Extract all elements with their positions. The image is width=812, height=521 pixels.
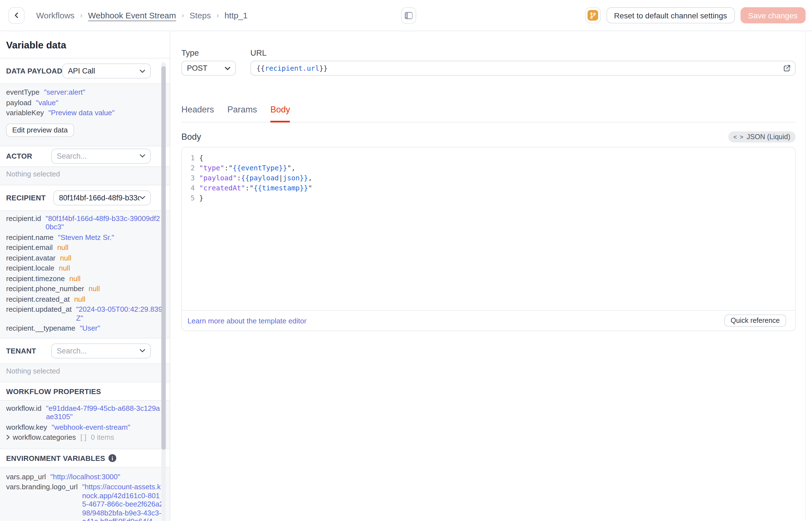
url-label: URL [250, 48, 795, 57]
request-tabs: HeadersParamsBody [182, 105, 795, 122]
request-url-field: URL {{recipient.url}} [250, 48, 795, 76]
learn-more-link[interactable]: Learn more about the template editor [188, 316, 307, 325]
kv-value: "http://localhost:3000" [50, 472, 120, 481]
url-input-value: {{recipient.url}} [257, 64, 328, 72]
kv-row: recipient.emailnull [6, 243, 164, 252]
external-link-icon[interactable] [783, 65, 790, 72]
kv-value: null [89, 285, 100, 293]
breadcrumb-item[interactable]: Steps [189, 10, 211, 20]
code-token: { [199, 153, 204, 163]
code-token: . [303, 64, 307, 72]
quick-reference-button[interactable]: Quick reference [725, 315, 786, 327]
kv-key: recipient.email [6, 243, 53, 252]
kv-row: payload"value" [6, 98, 164, 107]
code-token: | [279, 173, 283, 183]
code-line: 2"type": "{{eventType}}", [182, 163, 795, 173]
breadcrumb-item[interactable]: Workflows [36, 10, 75, 20]
kv-key: recipient.id [6, 214, 41, 223]
reset-channel-settings-button[interactable]: Reset to default channel settings [606, 7, 735, 23]
kv-value: "e91ddae4-7f99-45cb-a688-3c129aae3105" [46, 404, 164, 421]
recipient-select[interactable]: 80f1f4bf-166d-48f9-b33c [53, 190, 151, 205]
tab-params[interactable]: Params [227, 105, 257, 122]
kv-key: payload [6, 98, 31, 107]
workflow-categories-row[interactable]: workflow.categories [ ] 0 items [6, 433, 164, 442]
kv-value: "Steven Metz Sr." [58, 233, 114, 242]
tenant-search-select[interactable]: Search... [51, 343, 151, 358]
code-token: : [237, 173, 241, 183]
workflow-properties-heading-text: WORKFLOW PROPERTIES [6, 387, 101, 395]
kv-key: recipient.timezone [6, 274, 65, 283]
code-line: 5} [182, 193, 795, 203]
request-type-url-row: Type POST URL {{recipient.url}} [182, 48, 795, 76]
toggle-sidebar-button[interactable] [401, 7, 416, 24]
editor-footer: Learn more about the template editor Qui… [182, 310, 795, 331]
tenant-label: TENANT [6, 346, 36, 355]
body-section-header: Body < > JSON (Liquid) [182, 131, 795, 142]
http-method-value: POST [187, 64, 208, 72]
kv-key: recipient.name [6, 233, 54, 242]
save-changes-button[interactable]: Save changes [741, 7, 805, 23]
data-payload-label: DATA PAYLOAD [6, 67, 62, 75]
kv-value: "server:alert" [44, 88, 86, 96]
code-token: : [245, 183, 249, 193]
http-method-select[interactable]: POST [182, 61, 236, 76]
code-token: }} [319, 64, 328, 72]
kv-key: eventType [6, 88, 40, 96]
breadcrumb-item[interactable]: Webhook Event Stream [88, 10, 176, 20]
tenant-row: TENANT Search... [0, 338, 170, 364]
kv-value: "80f1f4bf-166d-48f9-b33c-39009df20bc3" [46, 214, 164, 231]
request-config-panel: Type POST URL {{recipient.url}} HeadersP… [171, 31, 812, 521]
code-token: json}} [283, 173, 308, 183]
kv-key: recipient.locale [6, 264, 54, 272]
tab-body[interactable]: Body [270, 105, 290, 122]
tenant-empty-text: Nothing selected [6, 366, 164, 376]
kv-row: vars.branding.logo_url"https://account-a… [6, 482, 164, 521]
data-payload-select[interactable]: API Call [62, 64, 151, 78]
sidebar-title: Variable data [0, 31, 170, 59]
tab-headers[interactable]: Headers [182, 105, 214, 122]
chevron-right-icon [6, 435, 10, 440]
panel-left-icon [404, 12, 413, 20]
top-bar: Workflows›Webhook Event Stream›Steps›htt… [0, 0, 812, 31]
code-token: : [224, 163, 229, 173]
top-bar-actions: Reset to default channel settings Save c… [585, 7, 805, 23]
breadcrumb-separator: › [80, 11, 82, 20]
kv-row: recipient.id"80f1f4bf-166d-48f9-b33c-390… [6, 214, 164, 231]
sidebar-scrollbar-thumb[interactable] [161, 66, 166, 450]
code-token: , [308, 173, 312, 183]
pending-changes-button[interactable] [585, 7, 601, 23]
code-editor-area[interactable]: 1{2"type": "{{eventType}}",3"payload": {… [182, 148, 795, 310]
code-token: " [249, 183, 254, 193]
code-line: 3"payload": {{payload | json}}, [182, 173, 795, 183]
chevron-down-icon [140, 69, 145, 73]
line-number: 2 [182, 163, 199, 173]
chevron-down-icon [140, 349, 145, 352]
code-token: "type" [199, 163, 224, 173]
kv-value: null [69, 274, 81, 283]
breadcrumb-separator: › [216, 11, 219, 20]
actor-search-select[interactable]: Search... [51, 148, 151, 163]
kv-value: "2024-03-05T00:42:29.839Z" [76, 305, 164, 322]
kv-row: variableKey"Preview data value" [6, 109, 164, 117]
code-icon: < > [733, 134, 744, 140]
chevron-down-icon [225, 67, 230, 70]
kv-value: "User" [80, 324, 100, 333]
kv-key: recipient.phone_number [6, 285, 84, 293]
workflow-properties-heading: WORKFLOW PROPERTIES [0, 382, 170, 401]
edit-preview-data-button[interactable]: Edit preview data [6, 123, 74, 137]
kv-value: "value" [36, 98, 58, 107]
back-button[interactable] [8, 7, 24, 24]
kv-row: recipient.created_atnull [6, 295, 164, 303]
recipient-row: RECIPIENT 80f1f4bf-166d-48f9-b33c [0, 185, 170, 211]
breadcrumb-item[interactable]: http_1 [224, 10, 247, 20]
variable-data-sidebar: Variable data DATA PAYLOAD API Call even… [0, 31, 170, 521]
code-token: {{timestamp}} [254, 183, 308, 193]
kv-value: null [60, 253, 71, 262]
kv-row: recipient.timezonenull [6, 274, 164, 283]
info-icon[interactable]: i [109, 454, 116, 462]
kv-value: "https://account-assets.knock.app/42d161… [82, 482, 164, 521]
kv-key: variableKey [6, 109, 44, 117]
url-input[interactable]: {{recipient.url}} [250, 61, 795, 76]
code-token: } [199, 193, 204, 203]
actor-empty-state: Nothing selected [0, 167, 170, 185]
